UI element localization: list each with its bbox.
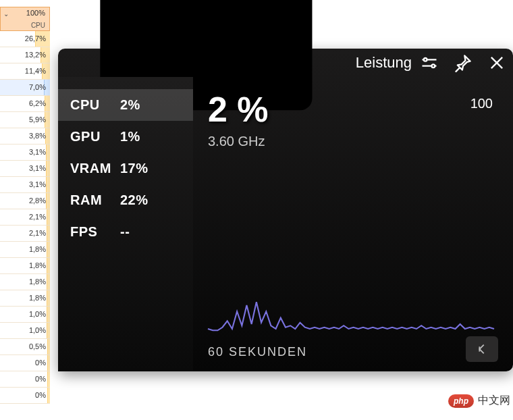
table-row[interactable]: 1,0% [0,307,50,323]
graph-pager-button[interactable] [466,336,498,362]
close-icon[interactable] [487,53,506,72]
table-row[interactable]: 0% [0,388,50,404]
table-row[interactable]: 3,1% [0,177,50,193]
metric-cpu[interactable]: CPU2% [58,89,193,121]
metric-gpu[interactable]: GPU1% [58,121,193,153]
table-row[interactable]: 6,2% [0,96,50,112]
y-axis-max: 100 [470,96,493,111]
table-row[interactable]: 1,8% [0,290,50,307]
table-row[interactable]: 2,1% [0,209,50,226]
x-axis-label: 60 SEKUNDEN [208,345,307,359]
overlay-title: Leistung [356,54,412,72]
table-row[interactable]: 0,5% [0,339,50,355]
table-row[interactable]: 2,1% [0,226,50,242]
metric-detail-pane: 2 % 100 3.60 GHz 60 SEKUNDEN [193,77,513,371]
table-row[interactable]: 1,8% [0,274,50,290]
svg-point-1 [424,58,427,61]
overlay-titlebar[interactable]: Leistung [58,49,513,77]
current-value: 2 % [208,89,494,130]
clock-frequency: 3.60 GHz [208,134,494,149]
table-row[interactable]: 13,2% [0,47,50,63]
metric-ram[interactable]: RAM22% [58,184,193,216]
table-row[interactable]: 0% [0,355,50,371]
cpu-header-value: 100% [26,9,45,17]
settings-icon[interactable] [420,53,439,72]
table-row[interactable]: 3,1% [0,161,50,177]
svg-point-2 [432,64,435,68]
table-row[interactable]: 3,8% [0,128,50,145]
watermark-badge: php [448,394,474,408]
table-row[interactable]: 7,0% [0,80,50,96]
watermark: php 中文网 [448,394,510,408]
taskmanager-cpu-column: ⌄ 100% CPU 26,7%13,2%11,4%7,0%6,2%5,9%3,… [0,7,50,404]
table-row[interactable]: 1,8% [0,258,50,274]
cpu-column-header[interactable]: ⌄ 100% CPU [0,7,50,31]
metrics-list: CPU2%GPU1%VRAM17%RAM22%FPS-- [58,77,193,371]
cpu-header-label: CPU [31,22,45,29]
table-row[interactable]: 0% [0,371,50,388]
table-row[interactable]: 5,9% [0,112,50,128]
chevron-left-icon [475,342,489,357]
performance-overlay: Leistung CPU2%GPU1%VRAM17%RAM22%FPS-- 2 … [58,49,513,371]
metric-vram[interactable]: VRAM17% [58,153,193,184]
chevron-down-icon: ⌄ [3,10,9,18]
table-row[interactable]: 1,0% [0,323,50,339]
metric-fps[interactable]: FPS-- [58,216,193,248]
watermark-text: 中文网 [478,394,510,408]
table-row[interactable]: 1,8% [0,242,50,258]
table-row[interactable]: 26,7% [0,31,50,47]
table-row[interactable]: 11,4% [0,63,50,80]
usage-chart [208,286,494,334]
pin-icon[interactable] [454,53,473,72]
table-row[interactable]: 2,8% [0,193,50,209]
table-row[interactable]: 3,1% [0,145,50,161]
